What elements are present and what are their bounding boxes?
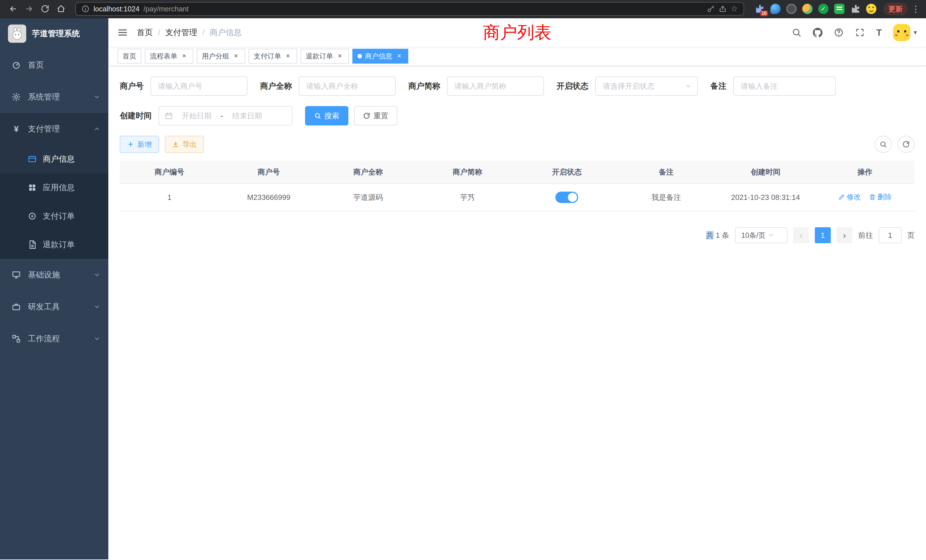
add-button[interactable]: 新增 (120, 136, 159, 153)
reset-button-label: 重置 (374, 111, 388, 121)
chevron-down-icon (94, 94, 100, 100)
github-icon[interactable] (813, 28, 823, 37)
status-select[interactable]: 请选择开启状态 (595, 76, 698, 96)
toggle-search-button[interactable] (875, 136, 892, 153)
cell-full-name: 芋道源码 (318, 184, 418, 211)
extension-avatar-icon[interactable] (802, 4, 813, 14)
close-icon[interactable]: × (336, 52, 344, 60)
page-size-select[interactable]: 10条/页 (735, 227, 787, 243)
cell-merchant-id: 1 (120, 184, 219, 211)
refresh-table-button[interactable] (897, 136, 915, 153)
browser-menu-icon[interactable]: ⋮ (911, 4, 920, 14)
sidebar-item-refund-order[interactable]: 退款订单 (0, 230, 108, 259)
remark-input[interactable] (733, 76, 836, 96)
browser-update-button[interactable]: 更新 (883, 3, 908, 15)
pagination: 共 1 条 10条/页 ‹ 1 › 前往 页 (120, 227, 915, 243)
prev-page-button[interactable]: ‹ (793, 227, 809, 243)
sidebar-item-label: 支付订单 (43, 211, 108, 221)
sidebar-item-pay-order[interactable]: 支付订单 (0, 202, 108, 230)
extension-check-icon[interactable]: ✓ (818, 4, 829, 14)
next-page-button[interactable]: › (837, 227, 852, 243)
extension-notes-icon[interactable] (834, 4, 844, 14)
column-header: 商户全称 (318, 161, 418, 184)
tab-process-form[interactable]: 流程表单× (145, 49, 193, 64)
fontsize-icon[interactable]: T (876, 28, 882, 37)
back-icon[interactable] (6, 2, 21, 16)
help-icon[interactable] (834, 28, 844, 37)
merchant-table: 商户编号 商户号 商户全称 商户简称 开启状态 备注 创建时间 操作 1 M23… (120, 161, 915, 211)
end-date-input[interactable] (227, 112, 268, 120)
search-button[interactable]: 搜索 (305, 106, 348, 126)
export-button[interactable]: 导出 (165, 136, 204, 153)
extension-smiley-icon[interactable] (866, 4, 876, 14)
extension-puzzle-icon[interactable] (850, 4, 861, 14)
forward-icon[interactable] (22, 2, 36, 16)
column-header: 商户编号 (120, 161, 219, 184)
sidebar-item-system[interactable]: 系统管理 (0, 81, 108, 113)
tab-merchant-info[interactable]: 商户信息× (353, 49, 408, 64)
close-icon[interactable]: × (232, 52, 240, 60)
sidebar-item-dev-tools[interactable]: 研发工具 (0, 291, 108, 323)
sidebar-logo[interactable]: 芋道管理系统 (0, 18, 108, 49)
hamburger-icon[interactable] (108, 27, 137, 38)
date-range-picker[interactable]: - (159, 106, 292, 126)
status-toggle[interactable] (555, 192, 578, 203)
extensions-puzzle-icon[interactable]: 10 (754, 4, 765, 14)
delete-button[interactable]: 删除 (869, 192, 892, 201)
total-suffix: 条 (722, 231, 729, 239)
column-header: 备注 (617, 161, 716, 184)
edit-button[interactable]: 修改 (838, 192, 861, 201)
sidebar-item-infrastructure[interactable]: 基础设施 (0, 259, 108, 291)
sidebar-item-workflow[interactable]: 工作流程 (0, 323, 108, 355)
browser-toolbar: localhost:1024/pay/merchant ☆ 10 ✓ 更新 ⋮ (0, 0, 926, 18)
tab-refund-order[interactable]: 退款订单× (301, 49, 349, 64)
reload-icon[interactable] (38, 2, 53, 16)
home-icon[interactable] (54, 2, 68, 16)
delete-button-label: 删除 (878, 192, 892, 201)
merchant-no-input[interactable] (151, 76, 247, 96)
tab-user-group[interactable]: 用户分组× (197, 49, 245, 64)
merchant-short-name-input[interactable] (447, 76, 544, 96)
goto-page-input[interactable] (879, 227, 902, 243)
url-bar[interactable]: localhost:1024/pay/merchant ☆ (75, 2, 744, 16)
reset-button[interactable]: 重置 (354, 106, 398, 126)
column-header: 商户简称 (418, 161, 517, 184)
sidebar-item-payment[interactable]: ¥ 支付管理 (0, 113, 108, 145)
search-icon[interactable] (792, 28, 801, 37)
bookmark-star-icon[interactable]: ☆ (731, 5, 738, 13)
extension-drop-icon[interactable] (770, 4, 781, 14)
main-area: 首页 / 支付管理 / 商户信息 商户列表 T ▾ 首页 流 (108, 18, 926, 559)
breadcrumb-home[interactable]: 首页 (137, 27, 153, 38)
edit-button-label: 修改 (847, 192, 861, 201)
avatar[interactable] (893, 24, 910, 41)
share-icon[interactable] (719, 5, 727, 13)
key-icon[interactable] (707, 5, 715, 13)
close-icon[interactable]: × (395, 52, 403, 60)
sidebar-item-label: 退款订单 (43, 239, 108, 250)
sidebar-item-merchant-info[interactable]: 商户信息 (0, 145, 108, 173)
breadcrumb-payment[interactable]: 支付管理 (165, 27, 197, 38)
tab-label: 退款订单 (306, 51, 333, 61)
close-icon[interactable]: × (284, 52, 292, 60)
close-icon[interactable]: × (180, 52, 188, 60)
total-label: 共 1 条 (706, 230, 729, 241)
fullscreen-icon[interactable] (855, 28, 865, 37)
toggle-knob (568, 193, 577, 202)
sidebar-item-app-info[interactable]: 应用信息 (0, 173, 108, 202)
monitor-icon (11, 270, 21, 280)
user-menu[interactable]: ▾ (893, 24, 917, 41)
sidebar-item-label: 基础设施 (28, 269, 94, 280)
start-date-input[interactable] (176, 112, 217, 120)
tab-home[interactable]: 首页 (118, 49, 141, 64)
extension-disk-icon[interactable] (786, 4, 797, 14)
url-path: /pay/merchant (144, 5, 188, 13)
merchant-full-name-input[interactable] (299, 76, 396, 96)
info-icon[interactable] (82, 5, 89, 13)
add-button-label: 新增 (138, 140, 152, 149)
cell-remark: 我是备注 (617, 184, 716, 211)
total-prefix: 共 (706, 231, 714, 239)
field-label: 商户全称 (260, 81, 292, 92)
sidebar-item-home[interactable]: 首页 (0, 49, 108, 81)
tab-pay-order[interactable]: 支付订单× (249, 49, 297, 64)
page-number-1[interactable]: 1 (815, 227, 831, 243)
